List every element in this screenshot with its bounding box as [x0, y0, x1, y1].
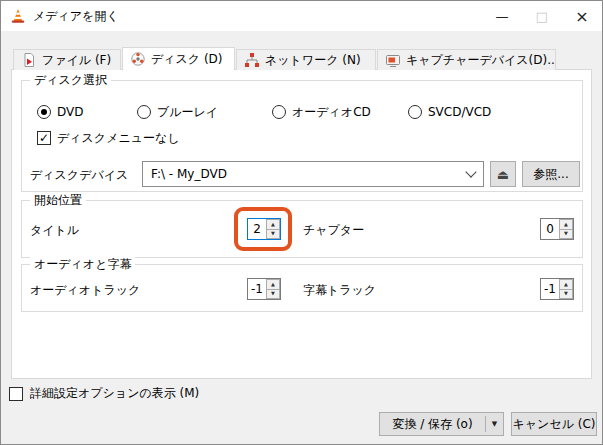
cancel-button[interactable]: キャンセル (C) — [511, 412, 597, 436]
radio-audio-cd[interactable]: オーディオCD — [272, 104, 371, 120]
close-button[interactable]: × — [562, 1, 602, 31]
spin-down-icon[interactable]: ▼ — [559, 230, 573, 240]
vlc-cone-icon — [10, 8, 26, 24]
disc-tab-page: ディスク選択 DVD ブルーレイ オーディオCD SVCD/VCD ✓ — [11, 69, 592, 379]
title-label: タイトル — [30, 222, 79, 239]
radio-icon — [37, 105, 51, 119]
tab-label: ディスク (D) — [151, 51, 223, 68]
chapter-spinner[interactable]: 0 ▲ ▼ — [540, 218, 574, 240]
checkbox-label: ディスクメニューなし — [57, 130, 180, 147]
tab-bar: ファイル (F) ディスク (D) ネットワーク (N) — [13, 46, 557, 70]
radio-icon — [408, 105, 422, 119]
tab-label: キャプチャーデバイス(D)... — [406, 52, 556, 69]
capture-device-icon — [385, 52, 401, 68]
spinner-buttons: ▲ ▼ — [559, 219, 573, 239]
disc-device-label: ディスクデバイス — [30, 167, 128, 184]
window-controls: — □ × — [482, 1, 602, 31]
title-spinner-value: 2 — [248, 219, 266, 239]
radio-icon — [137, 105, 151, 119]
spin-up-icon[interactable]: ▲ — [559, 219, 573, 230]
eject-icon: ⏏ — [497, 168, 509, 181]
spin-up-icon[interactable]: ▲ — [266, 279, 280, 290]
spin-down-icon[interactable]: ▼ — [266, 230, 280, 240]
subtitle-track-spinner[interactable]: -1 ▲ ▼ — [540, 278, 574, 300]
subtitle-track-label: 字幕トラック — [303, 282, 376, 299]
maximize-button[interactable]: □ — [522, 1, 562, 31]
spinner-buttons: ▲ ▼ — [266, 219, 280, 239]
audio-track-label: オーディオトラック — [30, 282, 140, 299]
checkbox-icon: ✓ — [37, 131, 51, 145]
subtitle-track-spinner-value: -1 — [541, 279, 559, 299]
radio-dvd[interactable]: DVD — [37, 104, 83, 120]
chapter-spinner-value: 0 — [541, 219, 559, 239]
radio-label: ブルーレイ — [157, 104, 218, 121]
convert-save-label: 変換 / 保存 (o) — [380, 416, 485, 433]
group-title: 開始位置 — [30, 192, 86, 209]
spinner-buttons: ▲ ▼ — [266, 279, 280, 299]
audio-track-spinner-value: -1 — [248, 279, 266, 299]
spin-down-icon[interactable]: ▼ — [559, 290, 573, 300]
radio-svcd-vcd[interactable]: SVCD/VCD — [408, 104, 491, 120]
title-spinner[interactable]: 2 ▲ ▼ — [247, 218, 281, 240]
disc-device-value: F:\ - My_DVD — [151, 167, 467, 181]
window-title: メディアを開く — [33, 8, 119, 25]
network-icon — [244, 52, 260, 68]
browse-button-label: 参照... — [533, 166, 568, 183]
convert-save-button[interactable]: 変換 / 保存 (o) ▼ — [379, 412, 504, 436]
chapter-label: チャプター — [303, 222, 364, 239]
spin-down-icon[interactable]: ▼ — [266, 290, 280, 300]
start-position-group: 開始位置 タイトル 2 ▲ ▼ チャプター 0 ▲ ▼ — [21, 200, 583, 258]
tab-disc[interactable]: ディスク (D) — [122, 47, 235, 71]
checkbox-label: 詳細設定オプションの表示 (M) — [30, 385, 199, 402]
dropdown-arrow-icon[interactable]: ▼ — [486, 420, 503, 428]
spinner-buttons: ▲ ▼ — [559, 279, 573, 299]
eject-button[interactable]: ⏏ — [490, 161, 516, 187]
disc-icon — [130, 51, 146, 67]
tab-capture-device[interactable]: キャプチャーデバイス(D)... — [377, 49, 556, 70]
audio-track-spinner[interactable]: -1 ▲ ▼ — [247, 278, 281, 300]
open-media-dialog: メディアを開く — □ × ファイル (F) ディスク (D) — [0, 0, 603, 445]
disc-selection-group: ディスク選択 DVD ブルーレイ オーディオCD SVCD/VCD ✓ — [21, 80, 583, 192]
chevron-down-icon — [465, 166, 476, 177]
group-title: ディスク選択 — [30, 72, 111, 89]
tab-label: ネットワーク (N) — [265, 52, 361, 69]
cancel-button-label: キャンセル (C) — [513, 416, 596, 433]
minimize-button[interactable]: — — [482, 1, 522, 31]
radio-bluray[interactable]: ブルーレイ — [137, 104, 218, 120]
spin-up-icon[interactable]: ▲ — [559, 279, 573, 290]
radio-icon — [272, 105, 286, 119]
file-icon — [21, 52, 37, 68]
radio-label: SVCD/VCD — [428, 105, 491, 119]
tab-label: ファイル (F) — [42, 52, 111, 69]
browse-button[interactable]: 参照... — [522, 161, 580, 187]
radio-label: オーディオCD — [292, 104, 371, 121]
disc-device-combobox[interactable]: F:\ - My_DVD — [142, 161, 484, 187]
no-disc-menu-checkbox[interactable]: ✓ ディスクメニューなし — [37, 130, 180, 146]
spin-up-icon[interactable]: ▲ — [266, 219, 280, 230]
radio-label: DVD — [57, 105, 83, 119]
group-title: オーディオと字幕 — [30, 256, 135, 273]
titlebar: メディアを開く — □ × — [1, 1, 602, 31]
checkmark-icon: ✓ — [39, 133, 49, 143]
tab-file[interactable]: ファイル (F) — [13, 49, 121, 70]
audio-subtitles-group: オーディオと字幕 オーディオトラック -1 ▲ ▼ 字幕トラック -1 ▲ ▼ — [21, 264, 583, 312]
advanced-options-checkbox[interactable]: 詳細設定オプションの表示 (M) — [9, 385, 199, 402]
checkbox-icon — [9, 387, 23, 401]
tab-network[interactable]: ネットワーク (N) — [236, 49, 376, 70]
